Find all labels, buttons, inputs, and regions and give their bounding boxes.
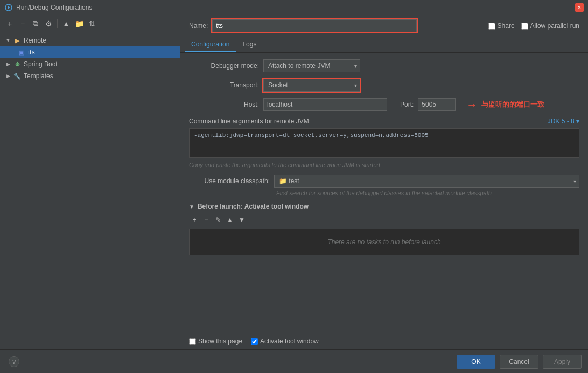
tree-item-tts[interactable]: ▣ tts [0, 46, 180, 58]
port-label: Port: [400, 101, 414, 108]
tab-logs[interactable]: Logs [236, 37, 263, 52]
no-tasks-message: There are no tasks to run before launch [189, 229, 579, 255]
app-icon [4, 3, 13, 12]
activate-tool-window-label[interactable]: Activate tool window [251, 337, 319, 345]
bl-edit-button[interactable]: ✎ [213, 215, 223, 225]
command-textarea[interactable]: -agentlib:jdwp=transport=dt_socket,serve… [189, 128, 579, 158]
host-input[interactable] [263, 98, 387, 111]
module-classpath-label: Use module classpath: [189, 177, 270, 185]
folder-button[interactable]: 📁 [74, 18, 85, 29]
springboot-toggle-icon: ▶ [4, 60, 12, 68]
remote-toggle-icon: ▼ [4, 37, 12, 44]
add-config-button[interactable]: + [4, 18, 15, 29]
command-hint: Copy and paste the arguments to the comm… [189, 162, 579, 168]
show-this-page-label[interactable]: Show this page [189, 337, 242, 345]
cancel-button[interactable]: Cancel [500, 355, 538, 369]
share-area: Share Allow parallel run [488, 22, 579, 30]
jdk-version-link[interactable]: JDK 5 - 8 ▾ [548, 118, 579, 125]
bl-up-button[interactable]: ▲ [225, 215, 235, 225]
right-panel: Name: Share Allow parallel run Configura… [180, 15, 588, 349]
tab-configuration[interactable]: Configuration [185, 37, 236, 52]
bl-down-button[interactable]: ▼ [236, 215, 247, 225]
templates-group-label: Templates [24, 72, 53, 80]
debugger-mode-select[interactable]: Attach to remote JVM [263, 59, 360, 72]
debugger-mode-select-wrapper: Attach to remote JVM [263, 59, 360, 72]
before-launch-toolbar: + − ✎ ▲ ▼ [189, 215, 579, 225]
close-button[interactable]: ✕ [575, 3, 584, 12]
footer-left: ? [6, 356, 19, 367]
apply-button[interactable]: Apply [543, 355, 582, 369]
templates-group-icon: 🔧 [13, 72, 22, 80]
springboot-group-icon: ❋ [13, 60, 22, 68]
tree-item-templates[interactable]: ▶ 🔧 Templates [0, 70, 180, 82]
move-up-button[interactable]: ▲ [61, 18, 72, 29]
allow-parallel-checkbox[interactable] [521, 23, 528, 30]
settings-button[interactable]: ⚙ [43, 18, 54, 29]
name-row: Name: Share Allow parallel run [180, 15, 588, 37]
config-tree: ▼ ▶ Remote ▣ tts ▶ ❋ Spring Boot ▶ 🔧 Tem… [0, 32, 180, 349]
port-annotation: → 与监听的的端口一致 [466, 99, 544, 111]
command-label: Command line arguments for remote JVM: [189, 118, 311, 125]
host-label: Host: [189, 101, 259, 108]
left-panel: + − ⧉ ⚙ ▲ 📁 ⇅ ▼ ▶ Remote ▣ tts ▶ [0, 15, 180, 349]
tabs-bar: Configuration Logs [180, 37, 588, 53]
springboot-group-label: Spring Boot [24, 60, 58, 68]
tts-config-label: tts [28, 49, 35, 56]
share-checkbox-label[interactable]: Share [488, 22, 515, 30]
share-checkbox[interactable] [488, 23, 495, 30]
bl-remove-button[interactable]: − [201, 215, 212, 225]
tree-item-springboot[interactable]: ▶ ❋ Spring Boot [0, 58, 180, 70]
transport-label: Transport: [189, 81, 259, 89]
show-this-page-checkbox[interactable] [189, 338, 196, 345]
transport-row: Transport: Socket [189, 79, 579, 92]
ok-button[interactable]: OK [457, 355, 495, 369]
tree-item-remote[interactable]: ▼ ▶ Remote [0, 34, 180, 46]
sort-button[interactable]: ⇅ [87, 18, 97, 29]
module-classpath-select[interactable]: 📁 test [274, 175, 579, 188]
separator [57, 19, 58, 28]
content-area: Debugger mode: Attach to remote JVM Tran… [180, 53, 588, 333]
templates-toggle-icon: ▶ [4, 72, 12, 80]
footer: ? OK Cancel Apply [0, 349, 588, 373]
remove-config-button[interactable]: − [17, 18, 28, 29]
tree-toolbar: + − ⧉ ⚙ ▲ 📁 ⇅ [0, 15, 180, 32]
before-launch-collapse-icon[interactable]: ▼ [189, 204, 194, 210]
window-controls: ✕ [575, 3, 584, 12]
command-section-header: Command line arguments for remote JVM: J… [189, 118, 579, 125]
module-classpath-row: Use module classpath: 📁 test [189, 175, 579, 188]
host-port-row: Host: Port: → 与监听的的端口一致 [189, 98, 579, 111]
title-bar: Run/Debug Configurations ✕ [0, 0, 588, 15]
remote-group-icon: ▶ [13, 36, 22, 45]
module-classpath-hint: First search for sources of the debugged… [276, 190, 579, 196]
port-input[interactable] [418, 98, 456, 111]
debugger-mode-row: Debugger mode: Attach to remote JVM [189, 59, 579, 72]
activate-tool-window-checkbox[interactable] [251, 338, 258, 345]
module-select-wrapper: 📁 test [274, 175, 579, 188]
red-arrow-icon: → [466, 99, 477, 111]
before-launch-header: ▼ Before launch: Activate tool window [189, 203, 579, 210]
remote-group-label: Remote [24, 37, 46, 44]
annotation-text: 与监听的的端口一致 [481, 100, 544, 109]
before-launch-title: Before launch: Activate tool window [198, 203, 309, 210]
name-input[interactable] [212, 19, 417, 32]
allow-parallel-label[interactable]: Allow parallel run [521, 22, 579, 30]
name-label: Name: [189, 22, 208, 30]
debugger-mode-label: Debugger mode: [189, 62, 259, 70]
tts-config-icon: ▣ [17, 48, 26, 57]
transport-select[interactable]: Socket [263, 79, 360, 92]
copy-config-button[interactable]: ⧉ [30, 18, 41, 29]
bl-add-button[interactable]: + [189, 215, 200, 225]
svg-marker-1 [8, 6, 10, 9]
transport-select-wrapper: Socket [263, 79, 360, 92]
help-button[interactable]: ? [9, 356, 19, 367]
dialog-title: Run/Debug Configurations [16, 4, 575, 11]
bottom-checkboxes: Show this page Activate tool window [180, 333, 588, 349]
